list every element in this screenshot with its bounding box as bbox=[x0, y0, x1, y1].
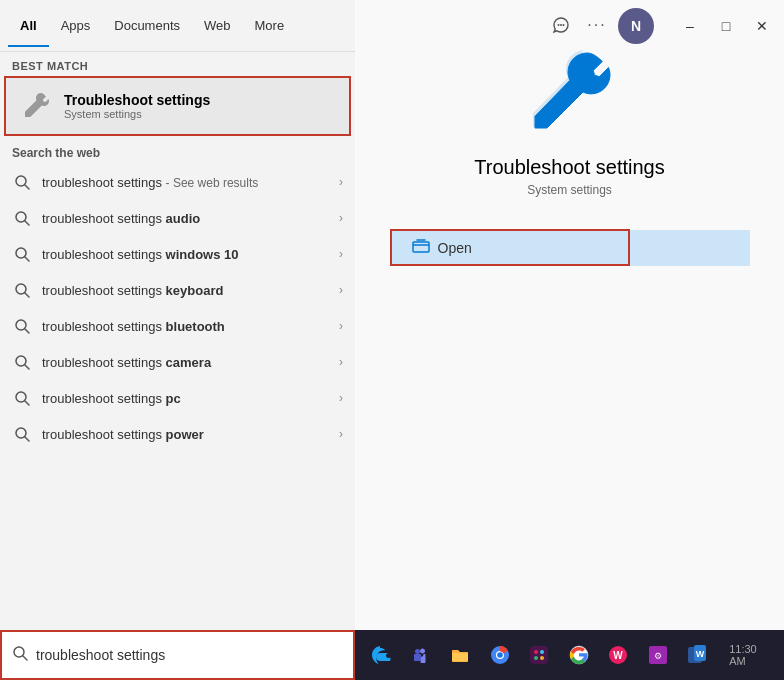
detail-wrench-icon bbox=[520, 40, 620, 140]
search-icon-2 bbox=[12, 244, 32, 264]
search-icon-7 bbox=[12, 424, 32, 444]
web-result-text-7: troubleshoot settings power bbox=[42, 427, 339, 442]
search-icon-0 bbox=[12, 172, 32, 192]
best-match-subtitle: System settings bbox=[64, 108, 210, 120]
web-result-text-4: troubleshoot settings bluetooth bbox=[42, 319, 339, 334]
svg-rect-30 bbox=[530, 646, 548, 664]
web-result-3[interactable]: troubleshoot settings keyboard › bbox=[0, 272, 355, 308]
taskbar-folder-icon[interactable] bbox=[444, 637, 476, 673]
svg-text:W: W bbox=[614, 650, 624, 661]
tab-more[interactable]: More bbox=[243, 4, 297, 47]
svg-text:⚙: ⚙ bbox=[654, 651, 662, 661]
tab-web[interactable]: Web bbox=[192, 4, 243, 47]
minimize-button[interactable]: – bbox=[672, 8, 708, 44]
best-match-label: Best match bbox=[0, 52, 355, 76]
search-icon-3 bbox=[12, 280, 32, 300]
tab-all[interactable]: All bbox=[8, 4, 49, 47]
chevron-right-1: › bbox=[339, 211, 343, 225]
svg-point-0 bbox=[27, 113, 30, 116]
chevron-right-4: › bbox=[339, 319, 343, 333]
svg-point-29 bbox=[497, 652, 503, 658]
web-result-7[interactable]: troubleshoot settings power › bbox=[0, 416, 355, 452]
taskbar-chrome-icon[interactable] bbox=[484, 637, 516, 673]
search-icon-1 bbox=[12, 208, 32, 228]
best-match-title: Troubleshoot settings bbox=[64, 92, 210, 108]
tab-apps[interactable]: Apps bbox=[49, 4, 103, 47]
chevron-right-2: › bbox=[339, 247, 343, 261]
search-box-value: troubleshoot settings bbox=[36, 647, 165, 663]
svg-line-16 bbox=[25, 437, 29, 441]
taskbar-icon-7[interactable]: W bbox=[602, 637, 634, 673]
best-match-item[interactable]: Troubleshoot settings System settings bbox=[4, 76, 351, 136]
svg-point-34 bbox=[540, 656, 544, 660]
taskbar: W ⚙ W 11:30 AM bbox=[355, 630, 784, 680]
taskbar-edge-icon[interactable] bbox=[365, 637, 397, 673]
open-icon bbox=[412, 239, 430, 256]
search-icon-5 bbox=[12, 352, 32, 372]
close-button[interactable]: ✕ bbox=[744, 8, 780, 44]
avatar[interactable]: N bbox=[618, 8, 654, 44]
window-controls: – □ ✕ bbox=[664, 0, 784, 52]
tabs-bar: All Apps Documents Web More bbox=[0, 0, 355, 52]
svg-line-12 bbox=[25, 365, 29, 369]
web-result-4[interactable]: troubleshoot settings bluetooth › bbox=[0, 308, 355, 344]
see-web-label: - See web results bbox=[166, 176, 259, 190]
open-button-wrapper: Open bbox=[390, 229, 750, 266]
search-web-label: Search the web bbox=[0, 136, 355, 164]
web-result-0[interactable]: troubleshoot settings - See web results … bbox=[0, 164, 355, 200]
web-result-text-2: troubleshoot settings windows 10 bbox=[42, 247, 339, 262]
web-result-2[interactable]: troubleshoot settings windows 10 › bbox=[0, 236, 355, 272]
search-icon-6 bbox=[12, 388, 32, 408]
taskbar-icon-8[interactable]: ⚙ bbox=[642, 637, 674, 673]
search-box-icon bbox=[12, 645, 28, 665]
svg-text:W: W bbox=[696, 649, 705, 659]
detail-panel: Troubleshoot settings System settings Op… bbox=[355, 0, 784, 630]
detail-title: Troubleshoot settings bbox=[474, 156, 664, 179]
best-match-text: Troubleshoot settings System settings bbox=[64, 92, 210, 120]
chevron-right-3: › bbox=[339, 283, 343, 297]
svg-line-6 bbox=[25, 257, 29, 261]
svg-line-14 bbox=[25, 401, 29, 405]
taskbar-slack-icon[interactable] bbox=[523, 637, 555, 673]
svg-line-23 bbox=[23, 656, 27, 660]
web-result-text-1: troubleshoot settings audio bbox=[42, 211, 339, 226]
svg-point-33 bbox=[534, 656, 538, 660]
web-result-text-0: troubleshoot settings - See web results bbox=[42, 175, 339, 190]
chevron-right-7: › bbox=[339, 427, 343, 441]
web-result-5[interactable]: troubleshoot settings camera › bbox=[0, 344, 355, 380]
chevron-right-6: › bbox=[339, 391, 343, 405]
web-result-6[interactable]: troubleshoot settings pc › bbox=[0, 380, 355, 416]
svg-rect-18 bbox=[413, 242, 429, 252]
taskbar-word-icon[interactable]: W bbox=[682, 637, 714, 673]
svg-line-2 bbox=[25, 185, 29, 189]
search-panel: All Apps Documents Web More Best match T… bbox=[0, 0, 355, 630]
open-button-label: Open bbox=[438, 240, 472, 256]
chevron-right-0: › bbox=[339, 175, 343, 189]
maximize-button[interactable]: □ bbox=[708, 8, 744, 44]
svg-point-17 bbox=[538, 119, 544, 125]
svg-point-32 bbox=[540, 650, 544, 654]
web-results-list: troubleshoot settings - See web results … bbox=[0, 164, 355, 452]
svg-point-21 bbox=[563, 24, 565, 26]
more-button[interactable]: ··· bbox=[582, 10, 612, 40]
svg-point-19 bbox=[558, 24, 560, 26]
wrench-icon bbox=[18, 88, 54, 124]
tab-documents[interactable]: Documents bbox=[102, 4, 192, 47]
open-button-extra bbox=[630, 230, 750, 266]
svg-point-20 bbox=[560, 24, 562, 26]
web-result-text-5: troubleshoot settings camera bbox=[42, 355, 339, 370]
search-box-bottom[interactable]: troubleshoot settings bbox=[0, 630, 355, 680]
svg-line-10 bbox=[25, 329, 29, 333]
taskbar-teams-icon[interactable] bbox=[405, 637, 437, 673]
feedback-button[interactable] bbox=[546, 10, 576, 40]
open-button[interactable]: Open bbox=[390, 229, 630, 266]
web-result-text-3: troubleshoot settings keyboard bbox=[42, 283, 339, 298]
svg-line-8 bbox=[25, 293, 29, 297]
chevron-right-5: › bbox=[339, 355, 343, 369]
svg-line-4 bbox=[25, 221, 29, 225]
svg-point-31 bbox=[534, 650, 538, 654]
web-result-text-6: troubleshoot settings pc bbox=[42, 391, 339, 406]
detail-subtitle: System settings bbox=[527, 183, 612, 197]
taskbar-google-icon[interactable] bbox=[563, 637, 595, 673]
web-result-1[interactable]: troubleshoot settings audio › bbox=[0, 200, 355, 236]
